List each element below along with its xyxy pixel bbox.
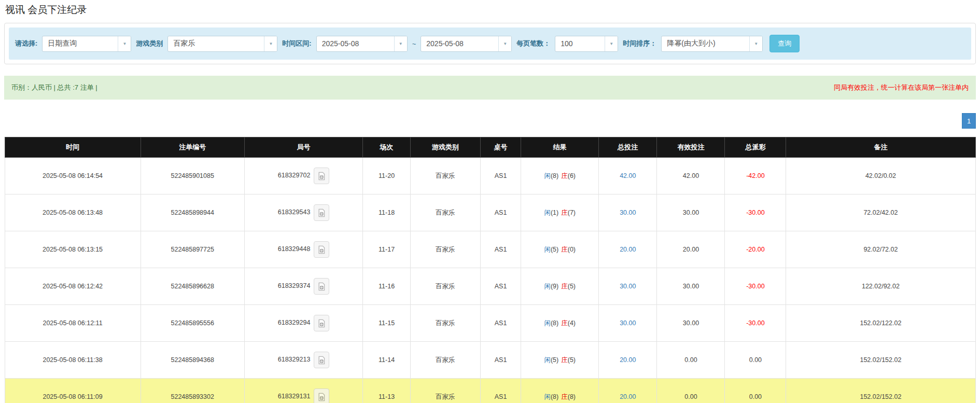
result-player-score: (1) [551,209,558,216]
result-banker-score: (8) [568,393,576,400]
time-range-label: 时间区间: [282,39,311,48]
video-file-icon [317,209,326,217]
search-button[interactable]: 查询 [769,35,800,52]
result-player-score: (5) [551,246,558,253]
table-row: 2025-05-08 06:12:42 522485896628 6183293… [5,268,975,305]
video-file-icon [317,393,326,401]
column-header: 总派彩 [725,137,786,158]
total-bet-link[interactable]: 30.00 [620,283,636,290]
table-body: 2025-05-08 06:14:54 522485901085 6183297… [5,158,975,403]
total-bet-link[interactable]: 20.00 [620,246,636,253]
cell-session: 11-16 [363,268,411,305]
chevron-down-icon: ▼ [394,36,407,51]
cell-round-id: 618329448 [244,231,362,268]
query-type-value: 日期查询 [43,39,118,48]
cell-game-type: 百家乐 [410,194,480,231]
game-type-select[interactable]: 百家乐 ▼ [167,36,277,52]
cell-payout: -42.00 [725,158,786,194]
video-replay-button[interactable] [314,315,329,331]
date-to-select[interactable]: 2025-05-08 ▼ [421,36,512,52]
pagination-top: 1 [4,113,976,129]
cell-remark: 92.02/72.02 [786,231,975,268]
result-player-label: 闲 [544,319,551,327]
column-header: 有效投注 [657,137,725,158]
summary-bar: 币别：人民币 | 总共 :7 注单 | 同局有效投注，统一计算在该局第一张注单内 [4,76,976,100]
video-replay-button[interactable] [314,352,329,368]
cell-round-id: 618329543 [244,194,362,231]
summary-currency-count: 币别：人民币 | 总共 :7 注单 | [11,83,97,92]
cell-total-bet: 30.00 [599,194,657,231]
query-type-select[interactable]: 日期查询 ▼ [42,36,131,52]
chevron-down-icon: ▼ [264,36,277,51]
cell-total-bet: 20.00 [599,379,657,403]
sort-order-select[interactable]: 降幂(由大到小) ▼ [661,36,763,52]
video-replay-button[interactable] [314,241,329,258]
cell-total-bet: 20.00 [599,231,657,268]
video-replay-button[interactable] [314,204,329,221]
filter-bar: 请选择: 日期查询 ▼ 游戏类别 百家乐 ▼ 时间区间: 2025-05-08 … [9,27,971,60]
column-header: 游戏类别 [410,137,480,158]
column-header: 总投注 [599,137,657,158]
column-header: 备注 [786,137,975,158]
video-replay-button[interactable] [314,168,329,184]
total-bet-link[interactable]: 20.00 [620,393,636,400]
result-player-label: 闲 [544,356,551,364]
result-banker-label: 庄 [561,393,568,400]
cell-time: 2025-05-08 06:12:42 [5,268,141,305]
cell-total-bet: 30.00 [599,268,657,305]
video-replay-button[interactable] [314,388,329,403]
cell-table-no: AS1 [480,268,521,305]
game-type-label: 游戏类别 [136,39,163,48]
column-header: 场次 [363,137,411,158]
total-bet-link[interactable]: 30.00 [620,209,636,216]
video-replay-button[interactable] [314,278,329,295]
cell-session: 11-14 [363,342,411,379]
cell-valid-bet: 42.00 [657,158,725,194]
cell-total-bet: 20.00 [599,342,657,379]
cell-payout: 0.00 [725,342,786,379]
cell-remark: 122.02/92.02 [786,268,975,305]
column-header: 局号 [244,137,362,158]
result-banker-label: 庄 [561,246,568,253]
date-from-select[interactable]: 2025-05-08 ▼ [316,36,408,52]
cell-result: 闲(8)庄(6) [521,158,599,194]
video-file-icon [317,282,326,291]
cell-round-id: 618329702 [244,158,362,194]
cell-round-id: 618329213 [244,342,362,379]
bet-records-table: 时间注单编号局号场次游戏类别桌号结果总投注有效投注总派彩备注 2025-05-0… [4,137,976,403]
cell-total-bet: 42.00 [599,158,657,194]
per-page-value: 100 [555,39,605,48]
cell-payout: -30.00 [725,194,786,231]
total-bet-link[interactable]: 42.00 [620,172,636,179]
result-banker-score: (5) [568,283,576,290]
cell-bet-id: 522485898944 [141,194,244,231]
cell-valid-bet: 0.00 [657,342,725,379]
cell-table-no: AS1 [480,379,521,403]
total-bet-link[interactable]: 30.00 [620,319,636,327]
result-banker-label: 庄 [561,356,568,364]
round-id-text: 618329294 [278,319,311,326]
cell-round-id: 618329294 [244,305,362,342]
cell-total-bet: 30.00 [599,305,657,342]
cell-remark: 152.02/122.02 [786,305,975,342]
page-title: 视讯 会员下注纪录 [5,3,975,17]
video-file-icon [317,356,326,365]
pagination-page-1-top[interactable]: 1 [962,113,976,129]
cell-remark: 42.02/0.02 [786,158,975,194]
cell-game-type: 百家乐 [410,158,480,194]
table-row: 2025-05-08 06:12:11 522485895556 6183292… [5,305,975,342]
result-player-score: (8) [551,172,558,179]
result-banker-score: (5) [568,356,576,364]
round-id-text: 618329448 [278,245,311,253]
cell-valid-bet: 30.00 [657,268,725,305]
per-page-select[interactable]: 100 ▼ [555,36,618,52]
cell-remark: 152.02/152.02 [786,342,975,379]
video-file-icon [317,245,326,254]
cell-valid-bet: 30.00 [657,305,725,342]
date-to-value: 2025-05-08 [421,39,498,48]
cell-session: 11-18 [363,194,411,231]
total-bet-link[interactable]: 20.00 [620,356,636,364]
per-page-label: 每页笔数： [516,39,550,48]
cell-valid-bet: 30.00 [657,194,725,231]
cell-session: 11-20 [363,158,411,194]
